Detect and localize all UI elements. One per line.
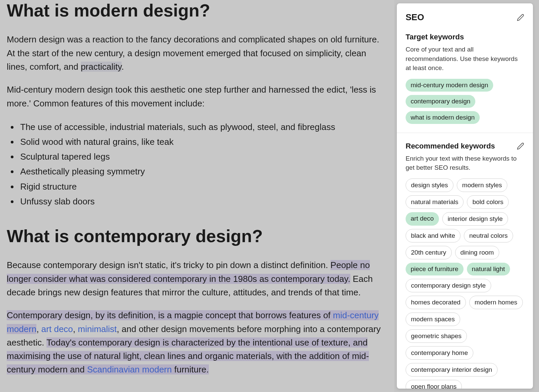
target-keywords-tags: mid-century modern design contemporary d…	[406, 79, 524, 124]
divider	[397, 133, 533, 133]
seo-panel: SEO Target keywords Core of your text an…	[397, 3, 533, 389]
text-segment: ,	[73, 324, 78, 334]
keyword-tag[interactable]: modern homes	[469, 296, 523, 309]
keyword-tag[interactable]: what is modern design	[406, 111, 480, 124]
recommended-header-row: Recommended keywords	[406, 142, 524, 151]
keyword-tag[interactable]: piece of furniture	[406, 263, 464, 275]
list-item[interactable]: Solid wood with natural grains, like tea…	[19, 134, 387, 149]
text-segment: Contemporary design, by its definition, …	[7, 310, 333, 320]
keyword-tag[interactable]: 20th century	[406, 246, 452, 259]
keyword-tag[interactable]: design styles	[406, 178, 453, 192]
recommended-keywords-title: Recommended keywords	[406, 142, 495, 151]
list-item[interactable]: Rigid structure	[19, 179, 387, 194]
keyword-tag[interactable]: open floor plans	[406, 380, 462, 389]
keyword-tag[interactable]: modern spaces	[406, 313, 460, 326]
target-keywords-desc: Core of your text and all recommendation…	[406, 45, 524, 73]
keyword-tag[interactable]: neutral colors	[464, 229, 513, 242]
keyword-tag[interactable]: natural light	[467, 263, 510, 275]
seo-header: SEO	[406, 12, 524, 23]
text-segment: .	[122, 62, 124, 72]
heading-modern-design: What is modern design?	[7, 0, 387, 21]
keyword-tag[interactable]: interior design style	[442, 212, 508, 226]
list-item[interactable]: Unfussy slab doors	[19, 194, 387, 209]
link-art-deco[interactable]: art deco	[41, 324, 73, 334]
link-scandinavian-modern[interactable]: Scandinavian modern	[87, 364, 172, 374]
edit-icon[interactable]	[517, 14, 524, 21]
seo-title: SEO	[406, 12, 424, 23]
text-segment: furniture.	[172, 364, 209, 374]
text-segment: Because contemporary design isn't static…	[7, 260, 330, 270]
keyword-tag[interactable]: contemporary interior design	[406, 363, 498, 377]
article-content: What is modern design? Modern design was…	[0, 0, 394, 392]
highlighted-segment: Today's contemporary design is character…	[7, 337, 369, 375]
text-segment: Modern design was a reaction to the fanc…	[7, 34, 379, 72]
features-list: The use of accessible, industrial materi…	[19, 120, 387, 209]
keyword-tag[interactable]: contemporary home	[406, 346, 473, 360]
keyword-tag[interactable]: bold colors	[467, 195, 509, 209]
link-minimalist[interactable]: minimalist	[78, 324, 117, 334]
recommended-keywords-desc: Enrich your text with these keywords to …	[406, 154, 524, 172]
heading-contemporary-design: What is contemporary design?	[7, 226, 387, 247]
list-item[interactable]: Aesthetically pleasing symmetry	[19, 164, 387, 179]
text-segment: ,	[36, 324, 41, 334]
keyword-tag[interactable]: contemporary design	[406, 95, 475, 108]
recommended-keywords-tags: design stylesmodern stylesnatural materi…	[406, 178, 524, 389]
keyword-tag[interactable]: art deco	[406, 212, 439, 226]
keyword-tag[interactable]: dining room	[455, 246, 499, 259]
paragraph-contemporary-def[interactable]: Because contemporary design isn't static…	[7, 258, 387, 299]
list-item[interactable]: Sculptural tapered legs	[19, 149, 387, 164]
keyword-tag[interactable]: mid-century modern design	[406, 79, 493, 92]
keyword-tag[interactable]: geometric shapes	[406, 329, 467, 343]
paragraph-intro[interactable]: Modern design was a reaction to the fanc…	[7, 33, 387, 73]
highlighted-word: practicality	[81, 62, 122, 72]
paragraph-midcentury[interactable]: Mid-century modern design took this aest…	[7, 83, 387, 110]
keyword-tag[interactable]: contemporary design style	[406, 279, 491, 292]
keyword-tag[interactable]: natural materials	[406, 195, 464, 209]
target-keywords-title: Target keywords	[406, 33, 524, 41]
paragraph-contemporary-features[interactable]: Contemporary design, by its definition, …	[7, 308, 387, 376]
edit-icon[interactable]	[517, 142, 524, 150]
keyword-tag[interactable]: homes decorated	[406, 296, 466, 309]
list-item[interactable]: The use of accessible, industrial materi…	[19, 120, 387, 134]
keyword-tag[interactable]: modern styles	[457, 178, 507, 192]
keyword-tag[interactable]: black and white	[406, 229, 461, 242]
sidebar-wrapper: SEO Target keywords Core of your text an…	[394, 0, 539, 392]
